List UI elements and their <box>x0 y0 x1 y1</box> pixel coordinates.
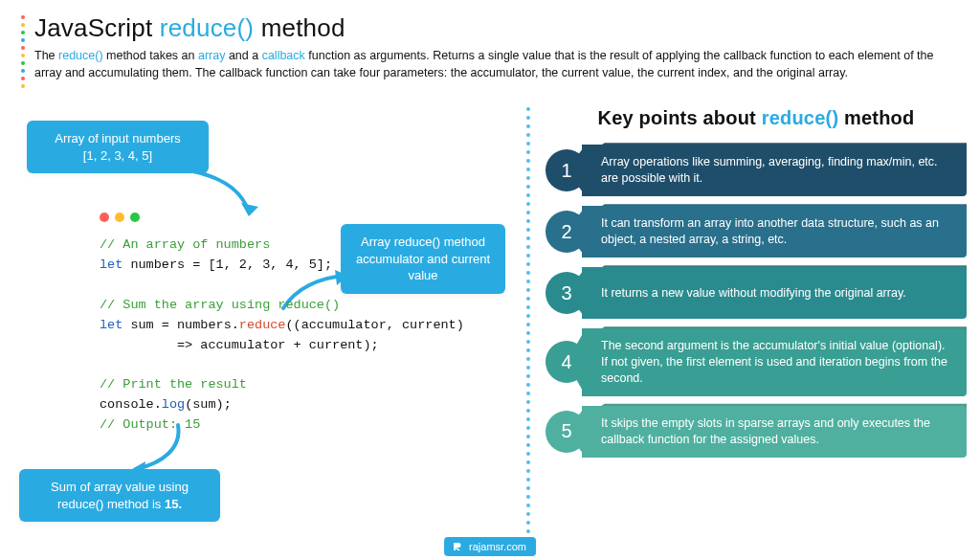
callout-text: reduce() method is 15. <box>33 496 207 513</box>
point-text: Array operations like summing, averaging… <box>582 145 967 196</box>
sub-callback: callback <box>262 49 305 62</box>
code-example: // An array of numbers let numbers = [1,… <box>100 213 501 436</box>
page-subtitle: The reduce() method takes an array and a… <box>34 47 953 81</box>
code-fn: log <box>162 397 185 412</box>
sub-array: array <box>198 49 225 62</box>
code-line: // An array of numbers let numbers = [1,… <box>100 235 501 436</box>
code-text: sum = numbers. <box>122 318 239 332</box>
point-number: 5 <box>546 411 588 453</box>
sub-reduce: reduce() <box>58 49 103 62</box>
point-number: 2 <box>546 211 588 253</box>
point-number: 3 <box>546 272 588 314</box>
page-title: JavaScript reduce() method <box>34 13 953 43</box>
code-comment: // Print the result <box>100 377 247 392</box>
svg-marker-2 <box>132 461 145 479</box>
code-keyword: let <box>100 258 122 272</box>
key-point: 4 The second argument is the accumulator… <box>546 328 967 396</box>
sub-text: method takes an <box>103 49 198 62</box>
key-point: 5 It skips the empty slots in sparse arr… <box>546 406 967 458</box>
point-text: It can transform an array into another d… <box>582 206 967 258</box>
key-points-title: Key points about reduce() method <box>546 107 967 129</box>
code-block: // An array of numbers let numbers = [1,… <box>100 235 501 436</box>
code-text: (sum); <box>185 397 232 412</box>
callout-text: reduce() method is <box>57 497 165 511</box>
callout-text: Array of input numbers <box>40 130 195 147</box>
code-comment: // Sum the array using reduce() <box>100 298 340 312</box>
point-text: The second argument is the accumulator's… <box>582 328 967 396</box>
title-text: method <box>838 107 914 128</box>
logo-icon <box>452 541 463 552</box>
key-point: 1 Array operations like summing, averagi… <box>546 145 967 196</box>
sub-text: and a <box>225 49 261 62</box>
key-point: 3 It returns a new value without modifyi… <box>546 267 967 319</box>
footer-badge: rajamsr.com <box>444 537 536 556</box>
callout-bold: 15. <box>165 497 182 511</box>
callout-text: Sum of array value using <box>33 479 207 496</box>
title-text: JavaScript <box>34 13 160 42</box>
title-text: Key points about <box>598 107 762 128</box>
code-keyword: let <box>100 318 122 332</box>
key-point: 2 It can transform an array into another… <box>546 206 967 258</box>
page-header: JavaScript reduce() method The reduce() … <box>0 0 980 87</box>
title-suffix: method <box>254 13 345 42</box>
code-comment: // Output: 15 <box>100 417 200 432</box>
code-text: => accumulator + current); <box>100 338 379 352</box>
code-text: console. <box>100 397 162 412</box>
footer-site: rajamsr.com <box>469 541 526 552</box>
point-number: 1 <box>546 149 588 191</box>
code-fn: reduce <box>239 318 286 332</box>
title-method: reduce() <box>762 107 839 128</box>
key-points-panel: Key points about reduce() method 1 Array… <box>546 107 967 458</box>
point-text: It skips the empty slots in sparse array… <box>582 406 967 458</box>
point-number: 4 <box>546 341 588 383</box>
code-text: ((accumulator, current) <box>285 318 463 332</box>
window-controls-icon <box>100 213 501 222</box>
key-points-list: 1 Array operations like summing, averagi… <box>546 145 967 458</box>
vertical-divider <box>526 107 528 554</box>
point-text: It returns a new value without modifying… <box>582 267 967 319</box>
code-text: numbers = [1, 2, 3, 4, 5]; <box>122 258 332 272</box>
decorative-dots-left <box>21 15 25 96</box>
title-method: reduce() <box>160 13 254 42</box>
code-comment: // An array of numbers <box>100 237 270 252</box>
sub-text: The <box>34 49 58 62</box>
